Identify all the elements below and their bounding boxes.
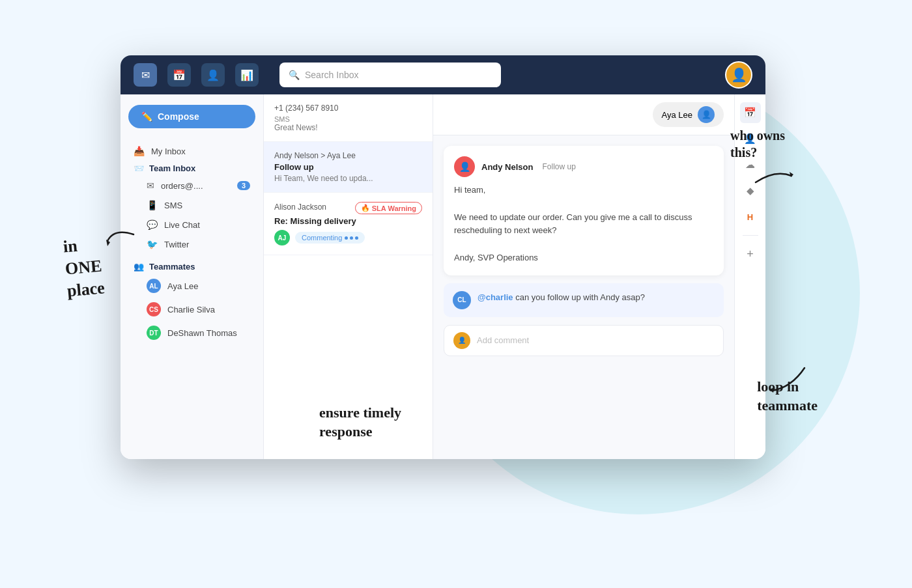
add-comment-input[interactable]: 👤 Add comment <box>444 325 724 356</box>
alison-avatar: AJ <box>274 230 290 245</box>
commenting-label: Commenting <box>302 234 342 242</box>
topbar: ✉ 📅 👤 📊 🔍 Search Inbox 👤 <box>121 55 765 94</box>
sidebar-item-sms[interactable]: 📱 SMS <box>128 195 255 215</box>
avatar-aya: AL <box>147 279 161 293</box>
app-window: ✉ 📅 👤 📊 🔍 Search Inbox 👤 ✏️ Compose 📥 My… <box>121 55 765 459</box>
sla-warning-badge: 🔥 SLA Warning <box>355 202 422 214</box>
avatar-charlie: CS <box>147 302 161 316</box>
annotation-in-one-place: inONEplace <box>63 233 106 302</box>
sla-label: SLA Warning <box>372 204 416 212</box>
team-inbox-heading: 📨 Team Inbox <box>128 161 255 176</box>
deshawn-label: DeShawn Thomas <box>167 328 250 338</box>
team-inbox-label: Team Inbox <box>149 163 195 173</box>
sidebar-item-deshawn[interactable]: DT DeShawn Thomas <box>128 321 255 344</box>
add-comment-placeholder: Add comment <box>477 335 529 345</box>
sidebar-item-charlie[interactable]: CS Charlie Silva <box>128 298 255 321</box>
aya-label: Aya Lee <box>167 281 250 291</box>
orders-badge: 3 <box>237 181 250 190</box>
msg-sender: Andy Nelson <box>481 162 533 172</box>
livechat-icon: 💬 <box>147 219 158 230</box>
message-card: 👤 Andy Nelson Follow up Hi team, We need… <box>444 146 724 275</box>
sidebar-section-teammates: 👥 Teammates AL Aya Lee CS Charlie Silva … <box>128 259 255 344</box>
dot-2 <box>350 236 353 240</box>
right-icon-diamond[interactable]: ◆ <box>740 180 761 201</box>
right-icon-calendar[interactable]: 📅 <box>740 102 761 123</box>
assignee-name: Aya Lee <box>662 110 692 120</box>
messages-area: 👤 Andy Nelson Follow up Hi team, We need… <box>433 135 734 459</box>
detail-header: Aya Lee 👤 <box>433 94 734 135</box>
svg-marker-0 <box>106 240 110 246</box>
my-inbox-label: My Inbox <box>151 147 250 156</box>
right-icon-hubspot[interactable]: H <box>740 206 761 227</box>
conv-item-sms[interactable]: +1 (234) 567 8910 SMS Great News! <box>264 94 433 142</box>
team-inbox-icon: 📨 <box>134 163 144 173</box>
teammates-icon: 👥 <box>134 262 144 272</box>
user-avatar[interactable]: 👤 <box>725 61 752 89</box>
right-divider <box>743 235 758 236</box>
contacts-icon[interactable]: 👤 <box>201 63 225 87</box>
search-icon: 🔍 <box>289 70 300 80</box>
conv-subject-alison: Re: Missing delivery <box>274 216 422 226</box>
avatar-deshawn: DT <box>147 326 161 340</box>
typing-dots <box>345 236 358 240</box>
right-icon-cloud[interactable]: ☁ <box>740 154 761 175</box>
charlie-label: Charlie Silva <box>167 305 250 315</box>
orders-label: orders@.... <box>161 181 231 191</box>
orders-icon: ✉ <box>147 180 154 191</box>
inbox-icon[interactable]: ✉ <box>134 63 157 87</box>
message-body: Hi team, We need to update our order. Ca… <box>454 184 713 265</box>
sidebar-item-aya[interactable]: AL Aya Lee <box>128 274 255 298</box>
assignee-avatar: 👤 <box>698 106 715 123</box>
conv-item-andy[interactable]: Andy Nelson > Aya Lee Follow up Hi Team,… <box>264 142 433 193</box>
current-user-avatar: 👤 <box>453 332 470 349</box>
right-icon-contact[interactable]: 👤 <box>740 128 761 149</box>
teammates-heading: 👥 Teammates <box>128 259 255 274</box>
message-header: 👤 Andy Nelson Follow up <box>454 156 713 177</box>
twitter-label: Twitter <box>164 240 250 249</box>
reports-icon[interactable]: 📊 <box>235 63 259 87</box>
sms-icon: 📱 <box>147 200 158 210</box>
compose-button[interactable]: ✏️ Compose <box>128 105 255 128</box>
conv-item-alison[interactable]: Alison Jackson 🔥 SLA Warning Re: Missing… <box>264 193 433 255</box>
conv-subject-andy: Follow up <box>274 162 422 172</box>
commenting-badge: Commenting <box>295 232 365 244</box>
conv-sender-andy: Andy Nelson > Aya Lee <box>274 151 422 160</box>
sender-avatar: 👤 <box>454 156 475 177</box>
livechat-label: Live Chat <box>164 220 250 230</box>
teammates-label: Teammates <box>149 262 195 272</box>
comment-area: CL @charlie can you follow up with Andy … <box>444 283 724 317</box>
sidebar: ✏️ Compose 📥 My Inbox 📨 Team Inbox ✉ ord… <box>121 94 264 459</box>
fire-icon: 🔥 <box>361 204 370 212</box>
commenter-avatar: CL <box>453 291 471 309</box>
sidebar-item-orders[interactable]: ✉ orders@.... 3 <box>128 176 255 195</box>
compose-label: Compose <box>158 111 199 122</box>
conv-channel-sms: SMS <box>274 115 422 123</box>
assignee-tag[interactable]: Aya Lee 👤 <box>653 102 724 127</box>
search-placeholder: Search Inbox <box>305 70 359 80</box>
conv-sender-alison: Alison Jackson <box>274 203 326 212</box>
comment-body: can you follow up with Andy asap? <box>513 292 645 302</box>
inbox-icon-small: 📥 <box>134 146 145 156</box>
msg-subject: Follow up <box>542 162 575 171</box>
dot-3 <box>355 236 358 240</box>
conv-sms-header: +1 (234) 567 8910 <box>274 104 422 113</box>
conv-preview-sms: Great News! <box>274 123 422 132</box>
search-bar[interactable]: 🔍 Search Inbox <box>279 63 501 87</box>
right-icons-panel: 📅 👤 ☁ ◆ H + <box>734 94 765 459</box>
conv-preview-andy: Hi Team, We need to upda... <box>274 174 422 183</box>
conversation-detail: Aya Lee 👤 👤 Andy Nelson Follow up Hi tea… <box>433 94 734 459</box>
twitter-icon: 🐦 <box>147 239 158 249</box>
sidebar-item-livechat[interactable]: 💬 Live Chat <box>128 215 255 234</box>
sidebar-item-my-inbox[interactable]: 📥 My Inbox <box>128 141 255 161</box>
sidebar-section-inbox: 📥 My Inbox 📨 Team Inbox ✉ orders@.... 3 … <box>128 141 255 254</box>
sidebar-item-twitter[interactable]: 🐦 Twitter <box>128 234 255 254</box>
right-icon-add[interactable]: + <box>740 244 761 264</box>
compose-icon: ✏️ <box>141 111 152 122</box>
sms-label: SMS <box>164 201 250 210</box>
conv-meta-alison: AJ Commenting <box>274 230 422 245</box>
conv-phone: +1 (234) 567 8910 <box>274 104 338 113</box>
comment-text: @charlie can you follow up with Andy asa… <box>477 291 645 304</box>
dot-1 <box>345 236 348 240</box>
calendar-icon[interactable]: 📅 <box>167 63 191 87</box>
mention: @charlie <box>477 292 513 302</box>
